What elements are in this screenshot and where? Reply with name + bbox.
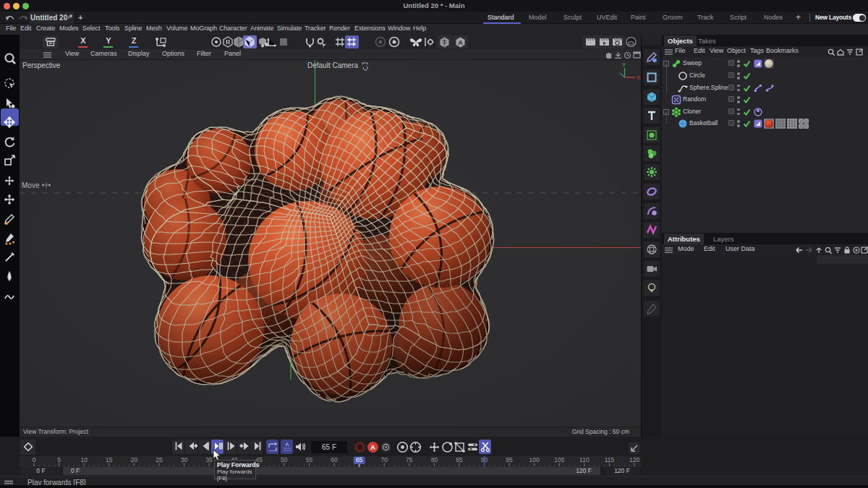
svg-text:Y: Y (622, 61, 626, 68)
svg-text:115: 115 (605, 456, 615, 463)
svg-text:Move: Move (22, 181, 40, 189)
svg-text:55: 55 (306, 456, 313, 463)
svg-text:60: 60 (331, 456, 338, 463)
svg-text:20: 20 (131, 456, 138, 463)
svg-text:105: 105 (554, 456, 564, 463)
svg-text:80: 80 (431, 456, 438, 463)
svg-text:70: 70 (380, 456, 388, 463)
svg-text:Default Camera: Default Camera (307, 61, 358, 69)
svg-text:110: 110 (579, 456, 590, 463)
svg-text:15: 15 (106, 456, 113, 463)
svg-text:85: 85 (456, 456, 463, 463)
svg-text:5: 5 (57, 456, 61, 463)
svg-text:A: A (370, 443, 375, 451)
svg-text:50: 50 (281, 456, 288, 463)
svg-text:100: 100 (529, 456, 540, 463)
svg-text:10: 10 (80, 456, 88, 463)
svg-text:A: A (458, 39, 463, 46)
svg-text:120: 120 (629, 456, 639, 463)
svg-text:Perspective: Perspective (22, 61, 61, 69)
svg-text:65: 65 (356, 456, 363, 463)
svg-text:25: 25 (156, 456, 163, 463)
svg-text:30: 30 (181, 456, 188, 463)
svg-text:95: 95 (506, 456, 513, 463)
svg-text:75: 75 (406, 456, 413, 463)
svg-text:A: A (285, 441, 289, 448)
svg-text:0: 0 (33, 456, 36, 463)
